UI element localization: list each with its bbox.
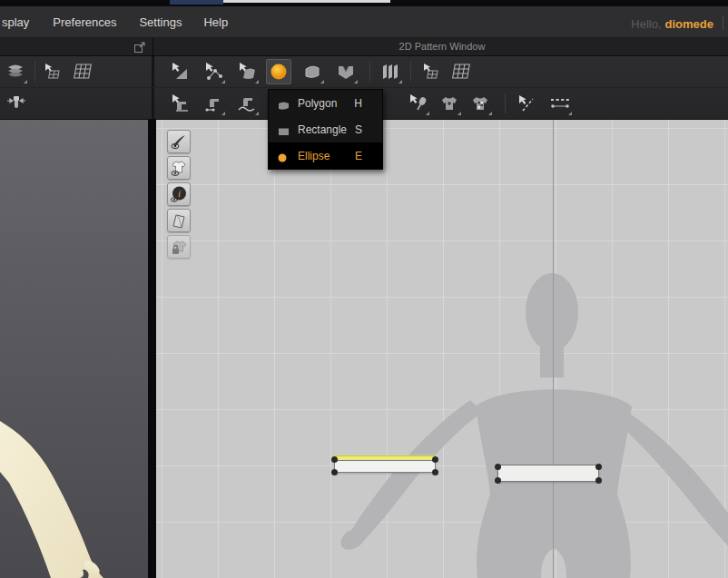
window-title-bar: 2D Pattern Window bbox=[0, 38, 728, 56]
toolbar-row-1 bbox=[0, 56, 728, 88]
display-toggle-column: i bbox=[167, 130, 191, 261]
pane-separator bbox=[152, 38, 153, 56]
top-accent-blue bbox=[170, 0, 223, 5]
polygon-icon bbox=[277, 98, 290, 109]
edit-curvature-icon[interactable] bbox=[234, 59, 260, 84]
edit-pattern-icon[interactable] bbox=[201, 59, 226, 84]
pattern-piece[interactable] bbox=[497, 465, 599, 482]
menu-item-help[interactable]: Help bbox=[202, 15, 230, 29]
pattern-piece-selected[interactable] bbox=[334, 456, 436, 473]
3d-viewport[interactable] bbox=[0, 120, 148, 578]
menu-item-settings[interactable]: Settings bbox=[137, 15, 183, 29]
polygon-tool-icon[interactable] bbox=[300, 59, 325, 84]
svg-text:i: i bbox=[178, 188, 181, 199]
garment-visibility-toggle[interactable] bbox=[167, 156, 191, 180]
avatar-arm-3d bbox=[0, 120, 148, 578]
needle-visibility-toggle[interactable] bbox=[167, 130, 191, 153]
top-edge-strip bbox=[0, 0, 728, 6]
seamline-icon[interactable] bbox=[547, 91, 573, 116]
avatar-silhouette-2d bbox=[156, 120, 728, 578]
pattern-point[interactable] bbox=[331, 456, 338, 463]
transform-pattern-icon[interactable] bbox=[167, 59, 192, 84]
ellipse-tool-icon[interactable] bbox=[266, 59, 291, 84]
viewport-divider[interactable] bbox=[148, 120, 156, 578]
pattern-point[interactable] bbox=[595, 464, 602, 470]
2d-pattern-window-title: 2D Pattern Window bbox=[156, 38, 728, 55]
seam-arrow-icon[interactable] bbox=[513, 91, 538, 116]
segment-sewing-icon[interactable] bbox=[201, 91, 226, 116]
pin-icon[interactable] bbox=[4, 91, 29, 116]
tack-icon[interactable] bbox=[405, 91, 430, 116]
menu-item-display[interactable]: splay bbox=[0, 15, 31, 29]
shirt-cross-icon[interactable] bbox=[437, 91, 462, 116]
menu-item-ellipse[interactable]: Ellipse E bbox=[269, 142, 382, 169]
fabric-visibility-toggle[interactable] bbox=[167, 209, 191, 232]
menu-item-rectangle[interactable]: Rectangle S bbox=[269, 116, 382, 142]
user-greeting: Hello,diomede bbox=[631, 17, 713, 31]
menu-item-polygon[interactable]: Polygon H bbox=[269, 90, 382, 116]
select-grid-icon[interactable] bbox=[40, 59, 65, 84]
grid-icon[interactable] bbox=[70, 59, 95, 84]
menu-end-separator bbox=[723, 15, 723, 30]
greeting-text: Hello, bbox=[631, 17, 661, 31]
shirt-check-icon[interactable] bbox=[467, 91, 493, 116]
info-visibility-toggle[interactable]: i bbox=[167, 182, 191, 206]
username[interactable]: diomede bbox=[665, 17, 713, 31]
grid-icon-2[interactable] bbox=[448, 59, 474, 84]
pattern-point[interactable] bbox=[495, 477, 501, 484]
pattern-center-line bbox=[553, 120, 554, 578]
pattern-point[interactable] bbox=[495, 464, 501, 470]
free-sewing-icon[interactable] bbox=[234, 91, 260, 116]
pattern-lock-toggle[interactable] bbox=[167, 235, 191, 259]
pattern-point[interactable] bbox=[432, 456, 438, 463]
pattern-piece-body[interactable] bbox=[334, 460, 436, 473]
select-grid-icon-2[interactable] bbox=[418, 59, 444, 84]
top-accent-white bbox=[223, 0, 390, 3]
dart-icon[interactable] bbox=[333, 59, 359, 84]
pattern-point[interactable] bbox=[595, 477, 602, 484]
2d-pattern-viewport[interactable]: i bbox=[156, 120, 728, 578]
pattern-point[interactable] bbox=[432, 469, 438, 475]
popout-icon[interactable] bbox=[133, 41, 146, 53]
rectangle-icon bbox=[277, 124, 290, 135]
pleats-icon[interactable] bbox=[378, 59, 403, 84]
ellipse-icon bbox=[277, 151, 290, 162]
menu-item-preferences[interactable]: Preferences bbox=[51, 15, 118, 29]
layers-icon[interactable] bbox=[3, 59, 28, 84]
menu-bar: splay Preferences Settings Help Hello,di… bbox=[0, 6, 728, 38]
shape-tool-dropdown: Polygon H Rectangle S Ellipse E bbox=[268, 89, 383, 170]
pattern-point[interactable] bbox=[331, 469, 338, 475]
edit-sewing-icon[interactable] bbox=[167, 91, 192, 116]
